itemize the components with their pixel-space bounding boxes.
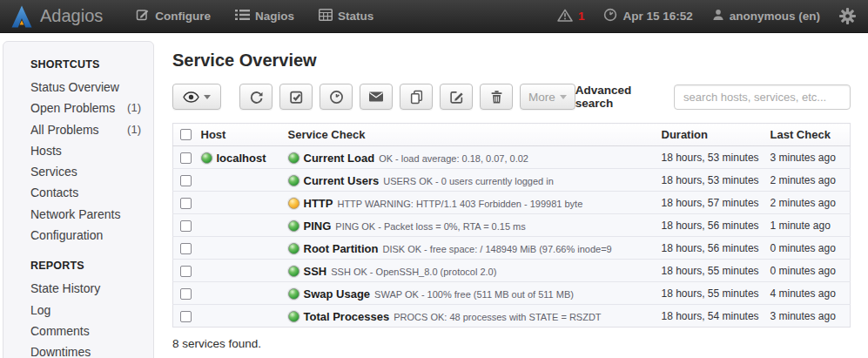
clock-icon: [603, 8, 617, 24]
advanced-search: Advanced search: [575, 84, 851, 110]
toolbar: More Advanced search: [172, 84, 851, 110]
service-link[interactable]: Current Users: [304, 174, 380, 187]
edit-icon: [449, 90, 464, 105]
current-datetime: Apr 15 16:52: [622, 10, 692, 23]
sidebar-item-services[interactable]: Services: [30, 161, 141, 182]
last-check-cell: 1 minute ago: [767, 214, 851, 237]
row-checkbox[interactable]: [180, 288, 192, 300]
service-status-text: PING OK - Packet loss = 0%, RTA = 0.15 m…: [335, 221, 525, 232]
nav-configure[interactable]: Configure: [136, 8, 211, 24]
select-all-checkbox[interactable]: [180, 129, 192, 140]
brand-title[interactable]: Adagios: [40, 6, 103, 26]
service-link[interactable]: Root Partition: [304, 242, 379, 255]
duration-cell: 18 hours, 54 minutes: [658, 305, 767, 328]
last-check-cell: 3 minutes ago: [767, 146, 851, 169]
acknowledge-button[interactable]: [279, 84, 313, 110]
last-check-cell: 4 minutes ago: [767, 282, 851, 305]
row-checkbox[interactable]: [180, 311, 192, 322]
duration-cell: 18 hours, 56 minutes: [658, 237, 767, 260]
service-row: localhostCurrent LoadOK - load average: …: [173, 146, 851, 169]
schedule-button[interactable]: [320, 84, 353, 110]
col-service-check[interactable]: Service Check: [285, 124, 658, 146]
service-status-text: HTTP WARNING: HTTP/1.1 403 Forbidden - 1…: [337, 199, 582, 209]
sidebar-item-contacts[interactable]: Contacts: [30, 182, 141, 203]
count-badge: (1): [127, 119, 141, 140]
copy-button[interactable]: [400, 84, 433, 110]
sidebar-heading-shortcuts: SHORTCUTS: [30, 58, 141, 71]
sidebar-item-state-history[interactable]: State History: [30, 278, 141, 299]
service-status-orb: [288, 266, 299, 277]
service-status-text: DISK OK - free space: / 148949 MiB (97.6…: [382, 244, 611, 254]
row-checkbox[interactable]: [180, 220, 192, 232]
problems-indicator[interactable]: 1: [557, 9, 585, 24]
top-navbar: Adagios ConfigureNagiosStatus 1 Apr 15 1…: [0, 0, 868, 33]
results-count: 8 services found.: [172, 337, 851, 350]
col-host[interactable]: Host: [198, 124, 285, 146]
service-link[interactable]: Current Load: [304, 152, 375, 165]
sidebar-heading-reports: REPORTS: [30, 260, 141, 272]
clock-indicator[interactable]: Apr 15 16:52: [603, 8, 692, 24]
sidebar-item-open-problems[interactable]: Open Problems(1): [30, 98, 141, 118]
sidebar-item-all-problems[interactable]: All Problems(1): [30, 119, 141, 140]
nav-status[interactable]: Status: [319, 9, 373, 24]
service-row: PINGPING OK - Packet loss = 0%, RTA = 0.…: [173, 214, 851, 237]
service-status-orb: [288, 288, 299, 300]
view-dropdown-button[interactable]: [172, 84, 221, 110]
row-checkbox[interactable]: [180, 175, 192, 186]
adagios-logo-icon[interactable]: [10, 5, 33, 28]
count-badge: (1): [127, 98, 141, 118]
service-link[interactable]: SSH: [304, 265, 327, 278]
service-link[interactable]: Total Processes: [304, 310, 390, 323]
sidebar-item-hosts[interactable]: Hosts: [30, 140, 141, 161]
service-link[interactable]: Swap Usage: [304, 287, 371, 301]
sidebar-item-configuration[interactable]: Configuration: [30, 225, 141, 246]
problem-count: 1: [578, 10, 585, 23]
notify-button[interactable]: [360, 84, 393, 110]
warning-triangle-icon: [557, 9, 573, 24]
search-input[interactable]: [674, 84, 851, 110]
pencil-square-nav-icon: [136, 8, 150, 24]
settings-gear-icon[interactable]: [839, 8, 856, 24]
service-row: Total ProcessesPROCS OK: 48 processes wi…: [173, 305, 851, 328]
sidebar-item-status-overview[interactable]: Status Overview: [30, 77, 141, 98]
service-status-orb: [288, 152, 299, 164]
user-menu[interactable]: anonymous (en): [712, 9, 820, 24]
navbar-right: 1 Apr 15 16:52 anonymous (en): [557, 8, 856, 24]
refresh-button[interactable]: [239, 84, 273, 110]
more-button[interactable]: More: [520, 84, 575, 110]
duration-cell: 18 hours, 57 minutes: [658, 192, 767, 214]
nav-nagios[interactable]: Nagios: [235, 9, 294, 24]
col-duration[interactable]: Duration: [658, 124, 767, 146]
edit-button[interactable]: [440, 84, 473, 110]
service-link[interactable]: PING: [304, 220, 332, 233]
delete-button[interactable]: [480, 84, 513, 110]
row-checkbox[interactable]: [180, 266, 192, 277]
row-checkbox[interactable]: [180, 152, 192, 164]
main-menu: ConfigureNagiosStatus: [136, 8, 373, 24]
service-link[interactable]: HTTP: [304, 197, 333, 210]
service-status-orb: [288, 311, 299, 322]
last-check-cell: 2 minutes ago: [767, 192, 851, 214]
check-square-icon: [289, 90, 304, 105]
service-status-text: USERS OK - 0 users currently logged in: [383, 176, 554, 186]
clock-icon: [329, 90, 344, 105]
col-last-check[interactable]: Last Check: [767, 124, 851, 146]
sidebar-item-network-parents[interactable]: Network Parents: [30, 204, 141, 225]
person-icon: [712, 9, 724, 24]
last-check-cell: 3 minutes ago: [767, 305, 851, 328]
service-status-orb: [288, 198, 299, 209]
host-link[interactable]: localhost: [217, 152, 266, 165]
row-checkbox[interactable]: [180, 243, 192, 254]
service-row: Current UsersUSERS OK - 0 users currentl…: [173, 169, 851, 192]
sidebar-item-downtimes[interactable]: Downtimes: [30, 341, 141, 358]
service-status-orb: [288, 220, 299, 232]
sidebar-item-log[interactable]: Log: [30, 300, 141, 321]
page-title: Service Overview: [172, 51, 851, 71]
host-status-orb: [201, 152, 212, 164]
service-row: Swap UsageSWAP OK - 100% free (511 MB ou…: [173, 282, 851, 305]
duration-cell: 18 hours, 55 minutes: [658, 282, 767, 305]
sidebar-item-comments[interactable]: Comments: [30, 321, 141, 341]
last-check-cell: 0 minutes ago: [767, 260, 851, 282]
refresh-icon: [249, 90, 264, 105]
row-checkbox[interactable]: [180, 198, 192, 209]
